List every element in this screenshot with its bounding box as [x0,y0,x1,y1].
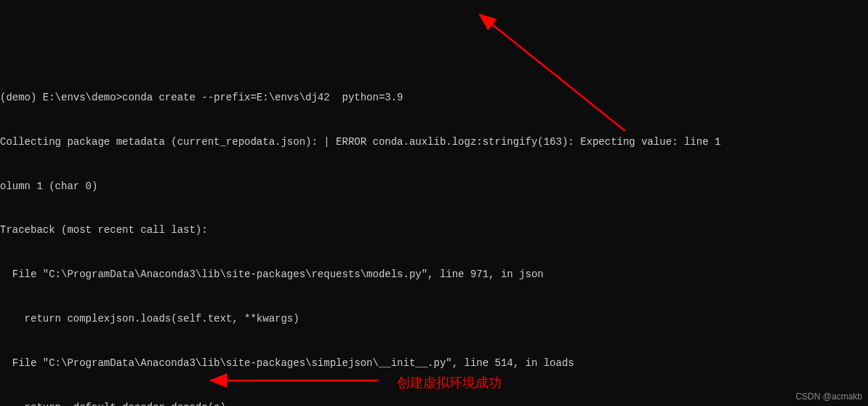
annotation-label: 创建虚拟环境成功 [397,373,502,392]
terminal-line: File "C:\ProgramData\Anaconda3\lib\site-… [0,267,868,282]
terminal-output[interactable]: (demo) E:\envs\demo>conda create --prefi… [0,59,868,406]
terminal-line: File "C:\ProgramData\Anaconda3\lib\site-… [0,356,868,370]
terminal-line: return _default_decoder.decode(s) [0,400,868,406]
terminal-line: return complexjson.loads(self.text, **kw… [0,311,868,326]
terminal-line: Collecting package metadata (current_rep… [0,135,868,149]
terminal-line: Traceback (most recent call last): [0,223,868,237]
watermark: CSDN @acmakb [795,391,862,403]
terminal-line: (demo) E:\envs\demo>conda create --prefi… [0,90,868,105]
terminal-line: olumn 1 (char 0) [0,179,868,194]
